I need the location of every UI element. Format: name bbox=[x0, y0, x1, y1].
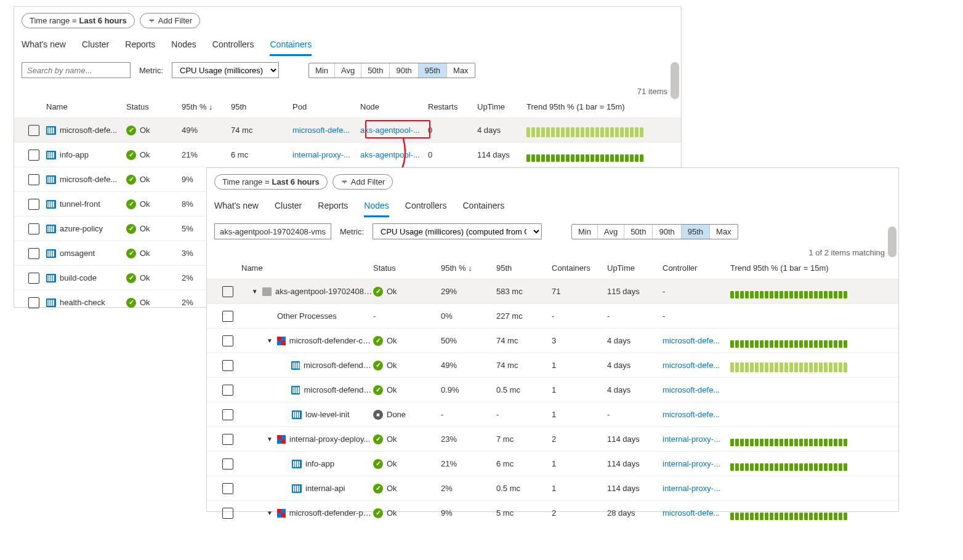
table-row[interactable]: info-app✓Ok21%6 mcinternal-proxy-...aks-… bbox=[14, 142, 681, 167]
tab-nodes[interactable]: Nodes bbox=[364, 198, 389, 217]
tab-reports[interactable]: Reports bbox=[125, 37, 155, 56]
pct-cell: 49% bbox=[182, 126, 231, 135]
tab-controllers[interactable]: Controllers bbox=[212, 37, 254, 56]
container-icon bbox=[292, 460, 302, 468]
ok-icon: ✓ bbox=[373, 336, 383, 346]
expand-toggle[interactable]: ▼ bbox=[266, 337, 273, 344]
expand-toggle[interactable]: ▼ bbox=[251, 288, 259, 295]
tab-what-s-new[interactable]: What's new bbox=[22, 37, 66, 56]
trend-cell bbox=[730, 285, 891, 298]
metric-select[interactable]: CPU Usage (millicores) bbox=[172, 62, 279, 78]
ok-icon: ✓ bbox=[373, 361, 383, 370]
seg-50th[interactable]: 50th bbox=[624, 225, 653, 239]
controller-link[interactable]: internal-proxy-... bbox=[663, 459, 720, 468]
time-range-filter[interactable]: Time range = Last 6 hours bbox=[214, 174, 328, 190]
checkbox[interactable] bbox=[222, 508, 233, 519]
table-row[interactable]: info-app✓Ok21%6 mc1114 daysinternal-prox… bbox=[207, 451, 898, 476]
node-link[interactable]: aks-agentpool-... bbox=[360, 150, 420, 159]
seg-min[interactable]: Min bbox=[572, 225, 598, 239]
ok-icon: ✓ bbox=[126, 249, 136, 258]
table-row[interactable]: internal-api✓Ok2%0.5 mc1114 daysinternal… bbox=[207, 476, 898, 500]
funnel-icon: ⫧ bbox=[340, 177, 349, 186]
containers-cell: - bbox=[552, 311, 607, 321]
val-cell: 6 mc bbox=[496, 459, 552, 468]
controller-link[interactable]: microsoft-defe... bbox=[663, 385, 720, 394]
checkbox[interactable] bbox=[28, 125, 39, 136]
tab-nodes[interactable]: Nodes bbox=[171, 37, 196, 56]
table-row[interactable]: microsoft-defe...✓Ok49%74 mcmicrosoft-de… bbox=[14, 118, 681, 142]
controller-link[interactable]: microsoft-defe... bbox=[663, 410, 720, 419]
seg-95th[interactable]: 95th bbox=[682, 225, 710, 239]
container-icon bbox=[292, 410, 302, 419]
checkbox[interactable] bbox=[28, 223, 39, 234]
tab-what-s-new[interactable]: What's new bbox=[214, 198, 259, 217]
table-row[interactable]: Other Processes-0%227 mc--- bbox=[207, 303, 898, 328]
checkbox[interactable] bbox=[28, 273, 39, 284]
seg-max[interactable]: Max bbox=[447, 63, 475, 78]
node-link[interactable]: aks-agentpool-... bbox=[360, 126, 420, 135]
pct-cell: 49% bbox=[441, 361, 496, 370]
metric-select[interactable]: CPU Usage (millicores) (computed from Ca… bbox=[373, 223, 542, 239]
table-row[interactable]: ▼aks-agentpool-19702408-v...✓Ok29%583 mc… bbox=[207, 279, 898, 303]
time-range-filter[interactable]: Time range = Last 6 hours bbox=[22, 13, 135, 28]
controller-link[interactable]: internal-proxy-... bbox=[663, 484, 720, 493]
search-input[interactable] bbox=[22, 62, 131, 78]
pod-link[interactable]: internal-proxy-... bbox=[292, 150, 350, 159]
seg-90th[interactable]: 90th bbox=[390, 63, 418, 78]
seg-avg[interactable]: Avg bbox=[598, 225, 624, 239]
tab-reports[interactable]: Reports bbox=[318, 198, 348, 217]
table-row[interactable]: low-level-init■Done--1-microsoft-defe... bbox=[207, 402, 898, 426]
expand-toggle[interactable]: ▼ bbox=[266, 510, 273, 516]
controller-link[interactable]: internal-proxy-... bbox=[663, 434, 720, 444]
containers-cell: 1 bbox=[552, 459, 607, 468]
seg-avg[interactable]: Avg bbox=[335, 63, 361, 78]
scrollbar[interactable] bbox=[888, 226, 897, 257]
controller-link[interactable]: microsoft-defe... bbox=[663, 508, 720, 518]
checkbox[interactable] bbox=[222, 458, 233, 470]
ok-icon: ✓ bbox=[126, 298, 136, 308]
table-row[interactable]: ▼microsoft-defender-pu...✓Ok9%5 mc228 da… bbox=[207, 500, 898, 525]
pod-link[interactable]: microsoft-defe... bbox=[292, 126, 350, 135]
table-row[interactable]: ▼microsoft-defender-co...✓Ok50%74 mc34 d… bbox=[207, 328, 898, 353]
checkbox[interactable] bbox=[222, 409, 233, 420]
filter-bar: Time range = Last 6 hours ⫧Add Filter bbox=[207, 168, 898, 194]
checkbox[interactable] bbox=[222, 385, 233, 396]
checkbox[interactable] bbox=[222, 434, 233, 445]
add-filter-button[interactable]: ⫧Add Filter bbox=[332, 174, 393, 190]
add-filter-button[interactable]: ⫧Add Filter bbox=[140, 13, 201, 28]
tab-containers[interactable]: Containers bbox=[270, 37, 312, 56]
checkbox[interactable] bbox=[28, 174, 39, 185]
seg-50th[interactable]: 50th bbox=[361, 63, 390, 78]
controller-link[interactable]: microsoft-defe... bbox=[663, 336, 720, 345]
uptime-cell: 115 days bbox=[607, 287, 663, 296]
checkbox[interactable] bbox=[28, 297, 39, 308]
search-input[interactable] bbox=[214, 223, 331, 239]
tab-controllers[interactable]: Controllers bbox=[405, 198, 447, 217]
checkbox[interactable] bbox=[222, 335, 233, 346]
uptime-cell: 4 days bbox=[477, 126, 526, 135]
ok-icon: ✓ bbox=[373, 484, 383, 494]
seg-95th[interactable]: 95th bbox=[419, 63, 447, 78]
tab-cluster[interactable]: Cluster bbox=[82, 37, 109, 56]
checkbox[interactable] bbox=[222, 483, 233, 494]
expand-toggle[interactable]: ▼ bbox=[266, 436, 273, 442]
seg-max[interactable]: Max bbox=[710, 225, 738, 239]
seg-min[interactable]: Min bbox=[309, 63, 335, 78]
checkbox[interactable] bbox=[222, 286, 233, 297]
percentile-selector: MinAvg50th90th95thMax bbox=[571, 224, 738, 239]
checkbox[interactable] bbox=[28, 150, 39, 161]
table-row[interactable]: microsoft-defender-l...✓Ok49%74 mc14 day… bbox=[207, 353, 898, 377]
scrollbar[interactable] bbox=[671, 62, 679, 99]
seg-90th[interactable]: 90th bbox=[653, 225, 681, 239]
checkbox[interactable] bbox=[222, 360, 233, 371]
name-cell: omsagent bbox=[60, 249, 95, 258]
table-row[interactable]: microsoft-defender-...✓Ok0.9%0.5 mc14 da… bbox=[207, 377, 898, 402]
name-cell: tunnel-front bbox=[60, 199, 100, 209]
checkbox[interactable] bbox=[222, 311, 233, 322]
checkbox[interactable] bbox=[28, 199, 39, 210]
tab-containers[interactable]: Containers bbox=[462, 198, 504, 217]
controller-link[interactable]: microsoft-defe... bbox=[663, 361, 720, 370]
table-row[interactable]: ▼internal-proxy-deploy...✓Ok23%7 mc2114 … bbox=[207, 426, 898, 451]
checkbox[interactable] bbox=[28, 248, 39, 259]
tab-cluster[interactable]: Cluster bbox=[275, 198, 302, 217]
